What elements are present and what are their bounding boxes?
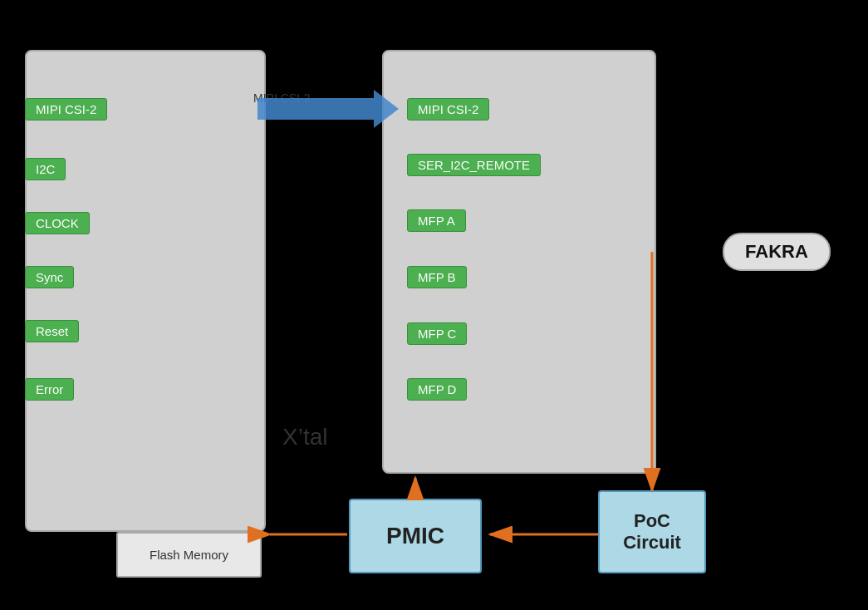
block-left xyxy=(25,50,266,532)
block-flash: Flash Memory xyxy=(116,532,262,578)
label-ser-i2c-remote: SER_I2C_REMOTE xyxy=(407,154,541,176)
label-mfp-b: MFP B xyxy=(407,266,467,288)
label-sync: Sync xyxy=(25,266,74,288)
label-clock: CLOCK xyxy=(25,212,90,234)
block-poc: PoCCircuit xyxy=(598,490,706,573)
label-mfp-c: MFP C xyxy=(407,322,467,345)
label-mfp-d: MFP D xyxy=(407,378,467,401)
mipi-arrow-label: MIPI CSI-2 xyxy=(253,91,310,105)
block-pmic: PMIC xyxy=(349,499,482,573)
xtal-label: X’tal xyxy=(282,424,327,450)
label-mfp-a: MFP A xyxy=(407,209,466,232)
label-i2c: I2C xyxy=(25,158,66,180)
label-reset: Reset xyxy=(25,320,79,342)
diagram-container: MIPI CSI-2 I2C CLOCK Sync Reset Error MI… xyxy=(0,0,868,610)
label-mipi-csi2-left: MIPI CSI-2 xyxy=(25,98,107,121)
block-fakra: FAKRA xyxy=(723,233,831,271)
label-error: Error xyxy=(25,378,74,401)
label-mipi-csi2-right: MIPI CSI-2 xyxy=(407,98,489,121)
